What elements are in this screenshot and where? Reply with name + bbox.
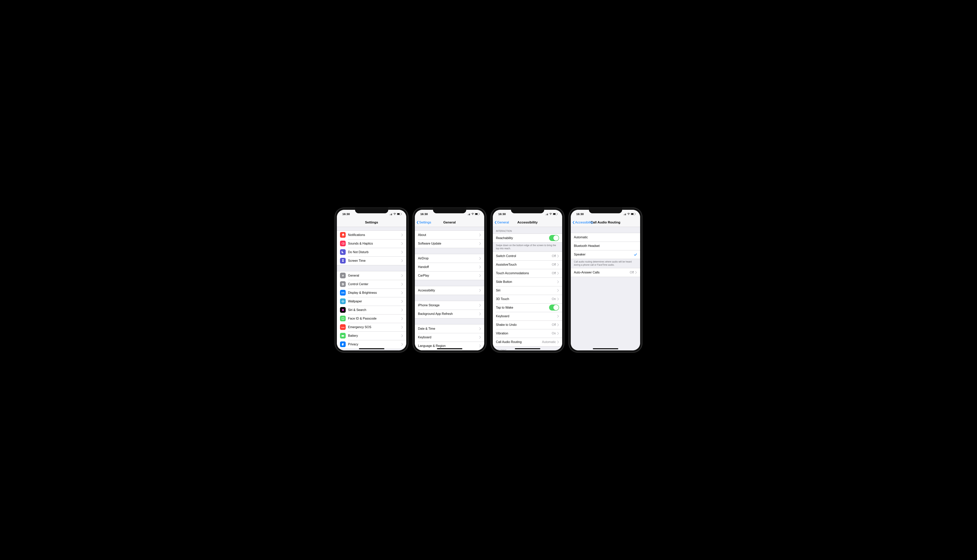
cell-label: AssistiveTouch [496,263,552,267]
nav-bar: Accessibility Call Audio Routing [571,218,640,227]
settings-row[interactable]: Notifications [337,231,406,239]
sos-icon: SOS [340,324,346,330]
home-indicator[interactable] [437,348,462,349]
settings-row[interactable]: Do Not Disturb [337,248,406,257]
general-row[interactable]: Accessibility [415,286,484,295]
nav-back[interactable]: Accessibility [572,220,593,225]
nav-back-label: Accessibility [575,220,593,225]
toggle-switch[interactable] [549,305,559,310]
settings-row[interactable]: Privacy [337,340,406,349]
chevron-right-icon [479,289,481,292]
tap-to-wake-row[interactable]: Tap to Wake [493,303,562,312]
chevron-right-icon [479,266,481,268]
content-call-audio-routing[interactable]: Automatic Bluetooth Headset Speaker Call… [571,227,640,350]
cell-label: Switch Control [496,254,552,258]
cell-label: Screen Time [348,259,401,263]
siri-icon [340,307,346,313]
svg-point-24 [343,318,343,318]
settings-row[interactable]: SOS Emergency SOS [337,323,406,332]
cell-label: Automatic [574,235,637,239]
accessibility-row[interactable]: Siri [493,286,562,295]
status-icons [545,213,558,215]
phone-call-audio-routing: 16:30 Accessibility Call Audio Routing A… [569,208,642,352]
general-row[interactable]: About [415,231,484,239]
cell-label: Handoff [418,265,479,269]
accessibility-row[interactable]: 3D Touch On [493,295,562,303]
signal-icon [624,213,627,215]
chevron-right-icon [557,280,559,283]
wifi-icon [549,213,552,215]
general-row[interactable]: Date & Time [415,325,484,333]
general-row[interactable]: Handoff [415,263,484,271]
chevron-right-icon [401,317,403,320]
toggle-switch[interactable] [549,235,559,241]
routing-option[interactable]: Speaker [571,250,640,259]
nav-back-label: Settings [419,220,431,225]
auto-answer-row[interactable]: Auto-Answer Calls Off [571,268,640,277]
content-accessibility[interactable]: Interaction ReachabilitySwipe down on th… [493,227,562,350]
moon-icon [340,249,346,255]
settings-row[interactable]: Wallpaper [337,297,406,306]
general-row[interactable]: Keyboard [415,333,484,342]
settings-row[interactable]: Face ID & Passcode [337,314,406,323]
home-indicator[interactable] [515,348,540,349]
settings-row[interactable]: Siri & Search [337,306,406,314]
nav-back[interactable]: Settings [417,220,431,225]
cell-label: Face ID & Passcode [348,317,401,320]
general-row[interactable]: iPhone Storage [415,301,484,310]
wifi-icon [627,213,630,215]
nav-back[interactable]: General [494,220,509,225]
accessibility-row[interactable]: Switch Control Off [493,252,562,260]
chevron-right-icon [557,341,559,343]
settings-row[interactable]: General [337,271,406,280]
cell-label: Display & Brightness [348,291,401,295]
accessibility-row[interactable]: Touch Accommodations Off [493,269,562,278]
reachability-row[interactable]: Reachability [493,234,562,242]
general-row[interactable]: AirDrop [415,254,484,263]
chevron-right-icon [479,233,481,236]
settings-row[interactable]: AA Display & Brightness [337,288,406,297]
accessibility-row[interactable]: Call Audio Routing Automatic [493,338,562,346]
settings-row[interactable]: Control Center [337,280,406,288]
accessibility-row[interactable]: Keyboard [493,312,562,320]
cell-label: Touch Accommodations [496,272,552,275]
accessibility-row[interactable]: Side Button [493,278,562,286]
phone-accessibility: 16:30 General Accessibility Interaction … [491,208,564,352]
svg-point-13 [343,284,344,285]
chevron-right-icon [401,233,403,236]
accessibility-row[interactable]: AssistiveTouch Off [493,260,562,269]
chevron-right-icon [557,323,559,326]
chevron-right-icon [557,315,559,318]
svg-rect-26 [342,335,344,337]
general-row[interactable]: CarPlay [415,271,484,280]
chevron-right-icon [479,336,481,339]
chevron-right-icon [557,289,559,292]
chevron-right-icon [401,251,403,253]
content-general[interactable]: About Software Update AirDrop [415,227,484,350]
routing-option[interactable]: Bluetooth Headset [571,242,640,250]
home-indicator[interactable] [359,348,384,349]
chevron-right-icon [401,259,403,262]
svg-point-12 [342,283,343,284]
chevron-right-icon [557,263,559,266]
accessibility-row[interactable]: Vibration On [493,329,562,338]
general-row[interactable]: Background App Refresh [415,310,484,318]
svg-text:SOS: SOS [341,327,345,328]
nav-bar: Settings [337,218,406,227]
settings-row[interactable]: Screen Time [337,257,406,265]
content-settings[interactable]: Notifications Sounds & Haptics Do Not Di… [337,227,406,350]
accessibility-row[interactable]: Shake to Undo Off [493,320,562,329]
cell-value: Off [552,254,556,258]
routing-option[interactable]: Automatic [571,233,640,242]
home-indicator[interactable] [593,348,618,349]
cell-label: CarPlay [418,274,479,277]
cell-label: Tap to Wake [496,306,549,309]
bell-icon [340,232,346,238]
phone-general: 16:30 Settings General About So [413,208,486,352]
cell-label: Background App Refresh [418,312,479,316]
general-row[interactable]: Software Update [415,239,484,248]
status-icons [389,213,402,215]
svg-point-23 [342,318,343,318]
settings-row[interactable]: Sounds & Haptics [337,239,406,248]
settings-row[interactable]: Battery [337,332,406,340]
